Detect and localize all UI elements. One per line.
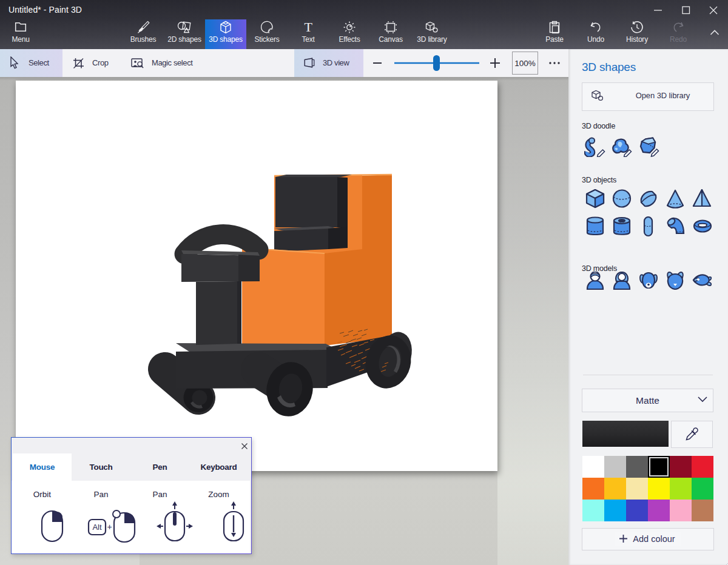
- svg-text:100%: 100%: [514, 59, 536, 68]
- svg-text:Alt: Alt: [92, 523, 102, 532]
- svg-text:+: +: [107, 522, 112, 532]
